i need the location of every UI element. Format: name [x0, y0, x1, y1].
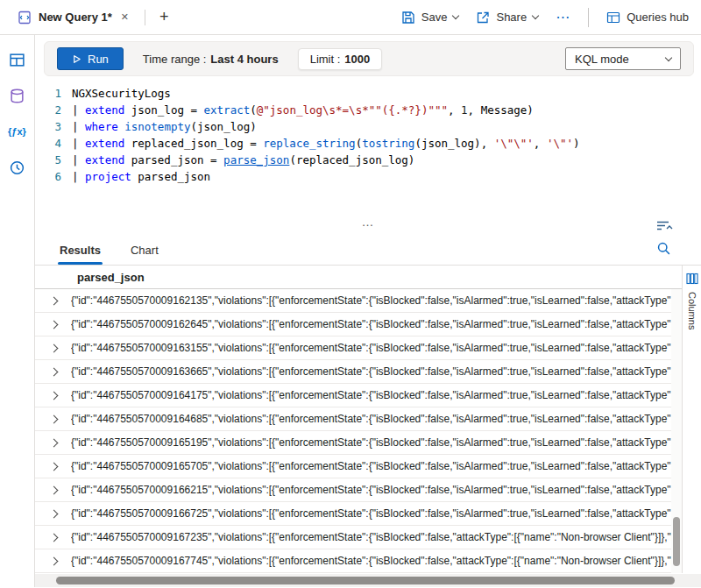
tab-title: New Query 1*	[39, 11, 112, 24]
top-bar: New Query 1* ✕ + Save Share ⋯	[0, 0, 701, 35]
kql-mode-chevron-down-icon	[665, 53, 672, 60]
kql-mode-dropdown[interactable]: KQL mode	[565, 47, 681, 70]
expand-row-chevron-icon[interactable]	[50, 296, 59, 305]
vertical-scrollbar[interactable]	[671, 289, 682, 573]
expand-row-chevron-icon[interactable]	[50, 438, 59, 447]
row-json-text: {"id":"4467550570009167235","violations"…	[71, 531, 682, 543]
table-row[interactable]: {"id":"4467550570009166215","violations"…	[35, 478, 682, 502]
tab-chart[interactable]: Chart	[129, 244, 160, 265]
row-json-text: {"id":"4467550570009167745","violations"…	[71, 555, 682, 567]
row-json-text: {"id":"4467550570009165195","violations"…	[71, 436, 682, 449]
expand-row-chevron-icon[interactable]	[50, 533, 59, 542]
tab-results[interactable]: Results	[58, 244, 103, 265]
expand-row-chevron-icon[interactable]	[50, 509, 59, 518]
expand-row-chevron-icon[interactable]	[50, 556, 59, 565]
code-line-text: | extend json_log = extract(@"json_log\s…	[72, 102, 534, 118]
row-json-text: {"id":"4467550570009164175","violations"…	[71, 389, 682, 401]
expand-row-chevron-icon[interactable]	[50, 344, 59, 352]
query-toolbar: Run Time range : Last 4 hours Limit : 10…	[44, 41, 694, 76]
row-json-text: {"id":"4467550570009162645","violations"…	[71, 318, 682, 330]
code-line-text: | extend parsed_json = parse_json(replac…	[72, 152, 414, 168]
table-row[interactable]: {"id":"4467550570009162645","violations"…	[35, 313, 682, 337]
table-row[interactable]: {"id":"4467550570009162135","violations"…	[35, 289, 682, 313]
line-number: 3	[35, 118, 61, 135]
code-line-text: | where isnotempty(json_log)	[72, 118, 257, 135]
expand-row-chevron-icon[interactable]	[50, 485, 59, 494]
queries-hub-icon	[606, 11, 620, 25]
share-button[interactable]: Share	[476, 11, 538, 25]
pane-divider: …	[35, 217, 701, 237]
expand-row-chevron-icon[interactable]	[50, 367, 59, 376]
results-body: {"id":"4467550570009162135","violations"…	[35, 289, 682, 573]
line-number: 6	[35, 168, 61, 185]
limit-label: Limit :	[310, 53, 341, 66]
time-range-label: Time range :	[143, 53, 207, 66]
columns-panel-icon[interactable]	[686, 273, 698, 285]
search-results-button[interactable]	[656, 241, 671, 265]
history-icon[interactable]	[7, 157, 28, 178]
kql-editor[interactable]: 1NGXSecurityLogs2| extend json_log = ext…	[35, 79, 701, 217]
save-label: Save	[421, 11, 448, 24]
tables-icon[interactable]	[7, 49, 28, 70]
expand-row-chevron-icon[interactable]	[50, 320, 59, 329]
query-workspace: Run Time range : Last 4 hours Limit : 10…	[35, 35, 701, 587]
functions-icon[interactable]: {ƒx}	[7, 121, 28, 142]
left-rail: {ƒx}	[0, 35, 35, 587]
share-icon	[476, 11, 490, 25]
table-row[interactable]: {"id":"4467550570009166725","violations"…	[35, 502, 682, 526]
expand-row-chevron-icon[interactable]	[50, 462, 59, 471]
table-row[interactable]: {"id":"4467550570009163665","violations"…	[35, 360, 682, 384]
row-json-text: {"id":"4467550570009166725","violations"…	[71, 507, 682, 520]
tab-new-query-1[interactable]: New Query 1* ✕	[9, 0, 138, 34]
pane-resize-handle[interactable]: …	[362, 215, 375, 229]
topbar-divider	[588, 8, 589, 27]
table-row[interactable]: {"id":"4467550570009165195","violations"…	[35, 431, 682, 455]
table-row[interactable]: {"id":"4467550570009165705","violations"…	[35, 455, 682, 478]
horizontal-scrollbar[interactable]	[35, 574, 701, 587]
play-icon	[72, 54, 81, 64]
expand-row-chevron-icon[interactable]	[50, 391, 59, 400]
new-tab-button[interactable]: +	[152, 8, 176, 26]
close-tab-icon[interactable]: ✕	[121, 11, 129, 23]
collapse-results-icon[interactable]	[655, 219, 673, 235]
kql-mode-label: KQL mode	[575, 53, 629, 66]
database-icon[interactable]	[7, 85, 28, 106]
more-actions-button[interactable]: ⋯	[556, 9, 570, 25]
horizontal-scrollbar-thumb[interactable]	[56, 577, 675, 584]
line-number: 4	[35, 135, 61, 152]
queries-hub-button[interactable]: Queries hub	[606, 11, 689, 25]
run-button[interactable]: Run	[57, 47, 124, 70]
row-json-text: {"id":"4467550570009166215","violations"…	[71, 484, 682, 496]
limit-control[interactable]: Limit : 1000	[298, 48, 383, 70]
table-row[interactable]: {"id":"4467550570009164175","violations"…	[35, 384, 682, 407]
time-range-picker[interactable]: Time range : Last 4 hours	[143, 53, 279, 66]
toolbar-wrap: Run Time range : Last 4 hours Limit : 10…	[35, 35, 701, 79]
expand-row-chevron-icon[interactable]	[50, 414, 59, 423]
editor-line[interactable]: 6| project parsed_json	[35, 168, 701, 185]
results-grid: parsed_json {"id":"4467550570009162135",…	[35, 266, 682, 573]
table-row[interactable]: {"id":"4467550570009163155","violations"…	[35, 337, 682, 360]
columns-panel-label[interactable]: Columns	[687, 292, 697, 329]
vertical-scrollbar-thumb[interactable]	[673, 517, 680, 566]
share-chevron-down-icon[interactable]	[532, 12, 539, 19]
table-row[interactable]: {"id":"4467550570009167745","violations"…	[35, 549, 682, 573]
save-button[interactable]: Save	[401, 11, 459, 25]
queries-hub-label: Queries hub	[627, 11, 689, 24]
editor-line[interactable]: 1NGXSecurityLogs	[35, 85, 701, 102]
save-chevron-down-icon[interactable]	[452, 12, 459, 19]
editor-line[interactable]: 2| extend json_log = extract(@"json_log\…	[35, 102, 701, 118]
table-row[interactable]: {"id":"4467550570009164685","violations"…	[35, 407, 682, 431]
main-area: {ƒx} Run Time range : Last 4 hours	[0, 35, 701, 587]
editor-line[interactable]: 5| extend parsed_json = parse_json(repla…	[35, 152, 701, 168]
table-row[interactable]: {"id":"4467550570009167235","violations"…	[35, 526, 682, 549]
run-label: Run	[88, 53, 109, 66]
save-icon	[401, 11, 415, 25]
columns-side-panel: Columns	[682, 266, 701, 573]
results-tabs: Results Chart	[35, 237, 701, 266]
editor-line[interactable]: 3| where isnotempty(json_log)	[35, 118, 701, 135]
search-icon	[656, 241, 671, 256]
column-header-parsed-json[interactable]: parsed_json	[35, 266, 682, 289]
line-number: 1	[35, 85, 61, 102]
editor-line[interactable]: 4| extend replaced_json_log = replace_st…	[35, 135, 701, 152]
row-json-text: {"id":"4467550570009165705","violations"…	[71, 460, 682, 472]
